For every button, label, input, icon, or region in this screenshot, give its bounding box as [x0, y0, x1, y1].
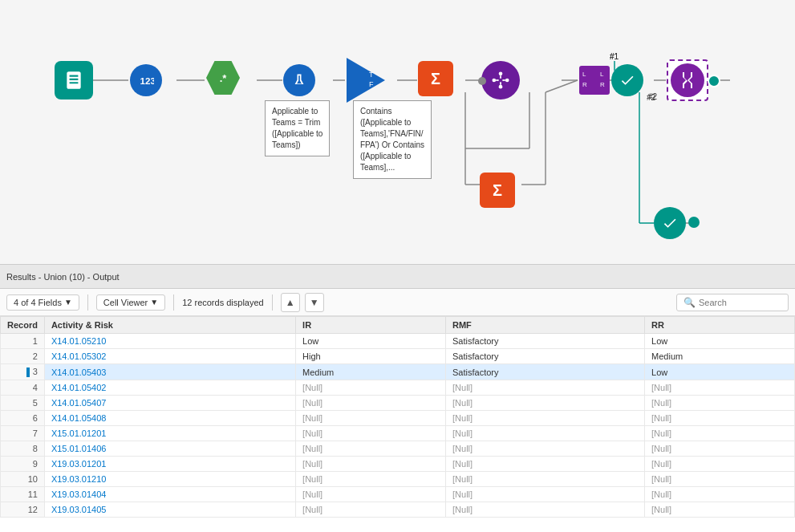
- search-box[interactable]: 🔍: [676, 294, 789, 311]
- table-row[interactable]: 10X19.03.01210[Null][Null][Null]: [1, 472, 795, 487]
- svg-text:F: F: [369, 80, 374, 88]
- svg-line-17: [546, 80, 578, 92]
- input-node[interactable]: [55, 61, 93, 99]
- dropdown-icon: ▼: [64, 298, 72, 307]
- table-row[interactable]: 11X19.03.01404[Null][Null][Null]: [1, 487, 795, 502]
- cell-ir: [Null]: [296, 380, 446, 396]
- table-row[interactable]: 9X19.03.01201[Null][Null][Null]: [1, 457, 795, 472]
- nav-up-button[interactable]: ▲: [281, 293, 300, 312]
- data-table-wrapper[interactable]: Record Activity & Risk IR RMF RR 1X14.01…: [0, 316, 795, 532]
- cell-rmf: [Null]: [446, 487, 645, 502]
- table-row[interactable]: 5X14.01.05407[Null][Null][Null]: [1, 396, 795, 411]
- check-node-2[interactable]: [654, 207, 686, 239]
- cell-viewer-label: Cell Viewer: [103, 298, 148, 307]
- cell-activity: X19.03.01404: [44, 487, 295, 502]
- separator-2: [173, 294, 174, 311]
- cell-rmf: Satisfactory: [446, 364, 645, 380]
- cell-activity: X15.01.01406: [44, 441, 295, 457]
- col-header-rmf: RMF: [446, 317, 645, 334]
- cell-rr: Low: [645, 364, 795, 380]
- table-row[interactable]: 1X14.01.05210LowSatisfactoryLow: [1, 334, 795, 349]
- cell-ir: Low: [296, 334, 446, 349]
- table-row[interactable]: 12X19.03.01405[Null][Null][Null]: [1, 502, 795, 518]
- table-row[interactable]: 2X14.01.05302HighSatisfactoryMedium: [1, 349, 795, 364]
- check-node-1[interactable]: [611, 64, 643, 96]
- results-bar: Results - Union (10) - Output: [0, 265, 795, 289]
- summarize-node-1[interactable]: Σ: [418, 61, 453, 96]
- cell-ir: [Null]: [296, 502, 446, 518]
- formula-node[interactable]: 123: [130, 64, 162, 96]
- cell-activity: X14.01.05408: [44, 411, 295, 426]
- records-count: 12 records displayed: [182, 298, 264, 307]
- cell-ir: [Null]: [296, 487, 446, 502]
- cell-rr: Medium: [645, 349, 795, 364]
- cell-record: 10: [1, 472, 45, 487]
- cell-record: 7: [1, 426, 45, 441]
- cell-rr: [Null]: [645, 396, 795, 411]
- flask-node[interactable]: [283, 64, 315, 96]
- table-row[interactable]: 4X14.01.05402[Null][Null][Null]: [1, 380, 795, 396]
- results-label: Results - Union (10) - Output: [6, 272, 120, 282]
- nav-down-button[interactable]: ▼: [305, 293, 324, 312]
- viewer-dropdown-icon: ▼: [150, 298, 158, 307]
- cell-rr: [Null]: [645, 441, 795, 457]
- svg-marker-24: [347, 58, 385, 103]
- cell-rr: [Null]: [645, 472, 795, 487]
- cell-rr: [Null]: [645, 411, 795, 426]
- workflow-canvas[interactable]: #1 #2 123 .*: [0, 0, 795, 265]
- cell-ir: [Null]: [296, 411, 446, 426]
- filter-tooltip-1: Applicable toTeams = Trim([Applicable to…: [265, 100, 330, 156]
- search-input[interactable]: [699, 298, 781, 307]
- table-row[interactable]: 6X14.01.05408[Null][Null][Null]: [1, 411, 795, 426]
- col-header-rr: RR: [645, 317, 795, 334]
- svg-text:R: R: [600, 81, 605, 88]
- table-row[interactable]: 7X15.01.01201[Null][Null][Null]: [1, 426, 795, 441]
- table-row[interactable]: 3X14.01.05403MediumSatisfactoryLow: [1, 364, 795, 380]
- cell-activity: X15.01.01201: [44, 426, 295, 441]
- col-header-record: Record: [1, 317, 45, 334]
- filter-tooltip-2: Contains([Applicable toTeams],'FNA/FIN/F…: [353, 100, 432, 179]
- cell-record: 12: [1, 502, 45, 518]
- fields-button[interactable]: 4 of 4 Fields ▼: [6, 294, 79, 311]
- cluster-node[interactable]: [481, 61, 520, 99]
- cell-activity: X19.03.01210: [44, 472, 295, 487]
- cell-rmf: [Null]: [446, 396, 645, 411]
- cell-rmf: Satisfactory: [446, 334, 645, 349]
- search-icon: 🔍: [683, 297, 696, 308]
- cell-record: 2: [1, 349, 45, 364]
- label-2: #2: [647, 93, 655, 102]
- label-1: #1: [610, 52, 619, 61]
- arrow-node[interactable]: L R L R: [579, 66, 610, 95]
- cell-record: 9: [1, 457, 45, 472]
- cell-ir: [Null]: [296, 396, 446, 411]
- cell-activity: X14.01.05402: [44, 380, 295, 396]
- regex-node[interactable]: .*: [206, 61, 240, 95]
- sigma-left-connector: [478, 77, 486, 85]
- fields-label: 4 of 4 Fields: [14, 298, 62, 307]
- col-header-ir: IR: [296, 317, 446, 334]
- cell-activity: X19.03.01201: [44, 457, 295, 472]
- svg-text:L: L: [600, 71, 604, 78]
- cell-record: 5: [1, 396, 45, 411]
- cell-record: 1: [1, 334, 45, 349]
- col-header-activity: Activity & Risk: [44, 317, 295, 334]
- cell-ir: High: [296, 349, 446, 364]
- cell-activity: X14.01.05302: [44, 349, 295, 364]
- svg-text:L: L: [582, 71, 586, 78]
- cell-viewer-button[interactable]: Cell Viewer ▼: [96, 294, 165, 311]
- cell-rmf: [Null]: [446, 472, 645, 487]
- cell-rr: [Null]: [645, 457, 795, 472]
- cell-rr: [Null]: [645, 380, 795, 396]
- cell-rmf: [Null]: [446, 426, 645, 441]
- output-node[interactable]: [667, 59, 708, 101]
- cell-record: 8: [1, 441, 45, 457]
- join-node[interactable]: T F: [347, 58, 385, 103]
- table-row[interactable]: 8X15.01.01406[Null][Null][Null]: [1, 441, 795, 457]
- data-table: Record Activity & Risk IR RMF RR 1X14.01…: [0, 316, 795, 518]
- cell-ir: [Null]: [296, 472, 446, 487]
- summarize-node-2[interactable]: Σ: [480, 173, 515, 208]
- cell-rr: [Null]: [645, 487, 795, 502]
- svg-text:123: 123: [140, 75, 155, 86]
- cell-activity: X19.03.01405: [44, 502, 295, 518]
- cell-record: 6: [1, 411, 45, 426]
